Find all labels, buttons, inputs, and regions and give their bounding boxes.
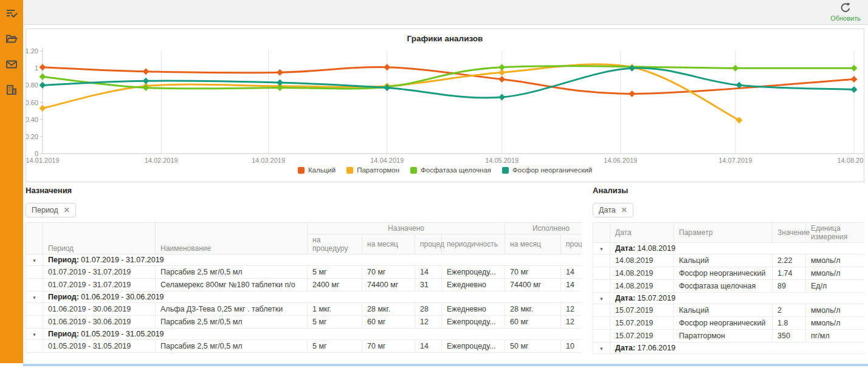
table-row[interactable]: 14.08.2019Фосфатаза щелочная89Ед/л xyxy=(593,280,865,293)
data-point[interactable] xyxy=(851,65,858,72)
table-row[interactable]: 01.05.2019 - 31.05.2019Парсабив 2,5 мг/0… xyxy=(26,340,582,353)
legend-item[interactable]: Паратгормон xyxy=(346,166,399,174)
x-tick-label: 14.01.2019 xyxy=(26,157,60,164)
table-row[interactable]: 15.07.2019Кальций2ммоль/л xyxy=(593,304,865,317)
collapse-toggle[interactable]: ▾ xyxy=(593,243,610,254)
table-cell: 60 мг xyxy=(505,316,561,329)
row-expander-cell xyxy=(593,280,610,293)
data-point[interactable] xyxy=(143,68,150,75)
group-row[interactable]: ▾Период: 01.07.2019 - 31.07.2019 xyxy=(26,254,582,266)
row-expander-cell xyxy=(26,266,43,279)
data-point[interactable] xyxy=(40,105,46,112)
analyses-table: Дата Параметр Значение Единица измерения… xyxy=(593,222,864,354)
row-expander-cell xyxy=(593,330,610,342)
table-cell: 01.06.2019 - 30.06.2019 xyxy=(43,303,156,316)
period-filter-chip[interactable]: Период ✕ xyxy=(26,203,76,217)
data-point[interactable] xyxy=(143,78,150,84)
column-header-unit[interactable]: Единица измерения xyxy=(806,223,865,243)
collapse-toggle[interactable]: ▾ xyxy=(593,293,610,304)
data-point[interactable] xyxy=(384,64,390,70)
table-cell: 74400 мг xyxy=(505,279,561,291)
column-header-period[interactable]: Период xyxy=(43,223,156,254)
group-row[interactable]: ▾Период: 01.06.2019 - 30.06.2019 xyxy=(26,291,582,303)
legend-item[interactable]: Фосфор неорганический xyxy=(502,166,592,174)
x-tick-label: 14.08.2019 xyxy=(837,157,864,164)
data-point[interactable] xyxy=(498,94,505,101)
data-point[interactable] xyxy=(732,65,739,72)
toolbar: Обновить xyxy=(23,0,868,25)
data-point[interactable] xyxy=(498,64,505,70)
envelope-icon xyxy=(5,58,18,71)
table-row[interactable]: 01.06.2019 - 30.06.2019Парсабив 2,5 мг/0… xyxy=(26,316,582,329)
column-header-parameter[interactable]: Параметр xyxy=(674,223,773,243)
sidebar-item-organization[interactable] xyxy=(5,83,18,97)
table-row[interactable]: 01.07.2019 - 31.07.2019Парсабив 2,5 мг/0… xyxy=(26,266,582,279)
data-point[interactable] xyxy=(40,82,46,89)
chip-remove-icon[interactable]: ✕ xyxy=(621,206,627,214)
table-cell: Парсабив 2,5 мг/0,5 мл xyxy=(156,340,308,353)
table-row[interactable]: 14.08.2019Кальций2.22ммоль/л xyxy=(593,254,865,267)
table-cell: 28 мкг. xyxy=(362,303,415,316)
column-header-done-proc[interactable]: процед xyxy=(561,234,582,254)
data-point[interactable] xyxy=(40,64,46,70)
column-header-per-month[interactable]: на месяц xyxy=(362,234,415,254)
y-tick-label: 1 xyxy=(35,64,38,72)
sidebar-item-mail[interactable] xyxy=(5,58,18,71)
date-filter-chip[interactable]: Дата ✕ xyxy=(593,203,633,217)
table-row[interactable]: 15.07.2019Фосфор неорганический1.8ммоль/… xyxy=(593,317,865,330)
column-header-proc[interactable]: процед xyxy=(415,234,442,254)
table-cell: Фосфатаза щелочная xyxy=(674,280,773,293)
horizontal-scrollbar[interactable] xyxy=(23,364,868,366)
table-row[interactable]: 01.07.2019 - 31.07.2019Селамерекс 800мг … xyxy=(26,279,582,291)
column-header-done-per-month[interactable]: на месяц xyxy=(505,234,561,254)
folder-open-icon xyxy=(5,32,18,46)
collapse-toggle[interactable]: ▾ xyxy=(26,254,43,266)
data-point[interactable] xyxy=(851,86,858,93)
table-row[interactable]: 01.06.2019 - 30.06.2019Альфа Д3-Тева 0,2… xyxy=(26,303,582,316)
table-cell: Парсабив 2,5 мг/0,5 мл xyxy=(156,266,308,279)
legend-item[interactable]: Фосфатаза щелочная xyxy=(410,166,491,174)
refresh-button[interactable]: Обновить xyxy=(830,2,861,22)
column-header-periodicity[interactable]: периодичность xyxy=(442,234,505,254)
sidebar-item-documents[interactable] xyxy=(5,32,18,46)
group-row[interactable]: ▾Период: 01.05.2019 - 31.05.2019 xyxy=(26,329,582,340)
table-row[interactable]: 15.07.2019Паратгормон350пг/мл xyxy=(593,330,865,342)
collapse-toggle[interactable]: ▾ xyxy=(593,342,610,354)
table-row[interactable]: 14.08.2019Фосфор неорганический1.74ммоль… xyxy=(593,267,865,280)
table-cell: 14 xyxy=(561,279,582,291)
column-header-per-procedure[interactable]: на процедуру xyxy=(308,234,362,254)
data-point[interactable] xyxy=(736,117,743,124)
group-row[interactable]: ▾Дата: 17.06.2019 xyxy=(593,342,865,354)
column-header-date[interactable]: Дата xyxy=(610,223,674,243)
group-label: Дата: 14.08.2019 xyxy=(610,243,865,254)
collapse-toggle[interactable]: ▾ xyxy=(26,291,43,303)
data-point[interactable] xyxy=(629,90,635,97)
y-tick-label: 0.40 xyxy=(26,116,38,123)
collapse-toggle[interactable]: ▾ xyxy=(26,329,43,340)
chip-remove-icon[interactable]: ✕ xyxy=(64,206,70,214)
table-cell: Ед/л xyxy=(806,280,865,293)
data-point[interactable] xyxy=(277,69,283,76)
data-point[interactable] xyxy=(40,73,46,80)
group-row[interactable]: ▾Дата: 15.07.2019 xyxy=(593,293,865,304)
table-cell: 31 xyxy=(415,279,442,291)
table-cell: Кальций xyxy=(674,304,773,317)
table-cell: 28 мкг. xyxy=(505,303,561,316)
table-cell: пг/мл xyxy=(806,330,865,342)
table-cell: 28 xyxy=(415,303,442,316)
y-tick-label: 0.60 xyxy=(26,99,38,106)
column-header-name[interactable]: Наименование xyxy=(156,223,308,254)
group-label: Дата: 17.06.2019 xyxy=(610,342,865,354)
sidebar-item-prescriptions[interactable] xyxy=(5,7,18,20)
data-point[interactable] xyxy=(277,80,283,86)
legend-item[interactable]: Кальций xyxy=(298,166,336,174)
data-point[interactable] xyxy=(498,76,505,83)
row-expander-cell xyxy=(593,267,610,280)
building-icon xyxy=(5,83,18,97)
chart-title: Графики анализов xyxy=(26,29,864,45)
group-row[interactable]: ▾Дата: 14.08.2019 xyxy=(593,243,865,254)
column-header-value[interactable]: Значение xyxy=(773,223,806,243)
x-tick-label: 14.05.2019 xyxy=(485,157,518,164)
table-cell: ммоль/л xyxy=(806,267,865,280)
data-point[interactable] xyxy=(851,76,858,83)
